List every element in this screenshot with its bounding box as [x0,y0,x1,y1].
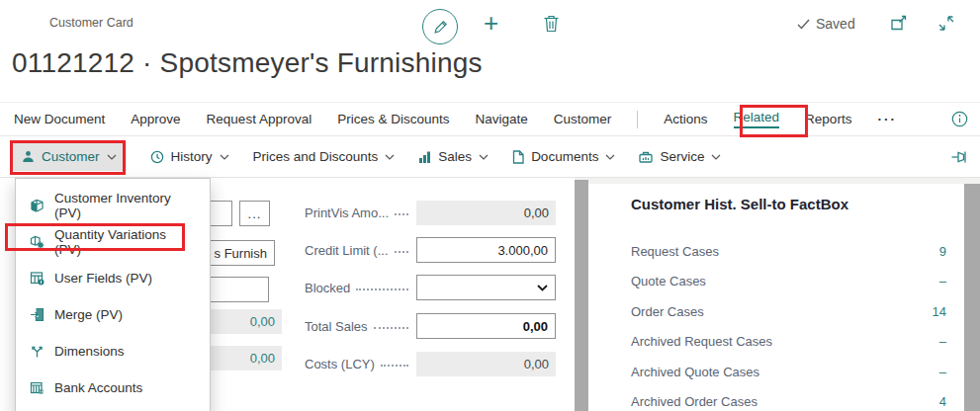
blocked-select[interactable] [416,275,556,300]
factbox-scrollbar[interactable] [964,184,980,411]
field-label: Credit Limit (... [305,243,389,258]
plus-icon: + [484,8,498,38]
ribbon-history-label: History [171,149,213,164]
menu-request-approval[interactable]: Request Approval [207,112,312,126]
menu-prices-discounts[interactable]: Prices & Discounts [337,112,449,126]
ribbon-customer-label: Customer [42,149,100,164]
dropdown-item-merge[interactable]: Merge (PV) [16,296,210,333]
dropdown-item-label: Customer Inventory (PV) [54,191,196,220]
dropdown-item-label: Bank Accounts [54,380,142,395]
factbox-row: Archived Quote Cases – [631,357,946,387]
dotted-leader [374,327,408,329]
ribbon-sales-menu[interactable]: Sales [418,149,489,164]
info-pane-button[interactable] [951,111,968,127]
new-button[interactable]: + [484,13,498,33]
factbox-row: Request Cases 9 [631,236,946,267]
bank-accounts-icon [30,380,45,395]
assist-edit-button[interactable]: ... [239,201,270,226]
menu-related[interactable]: Related [734,110,780,128]
service-tools-icon [639,150,653,163]
field-label: Blocked [305,281,350,295]
main-scrollbar[interactable] [575,180,588,411]
dropdown-item-label: User Fields (PV) [54,271,152,286]
menu-overflow[interactable]: ··· [877,112,897,126]
field-row-costs: Costs (LCY) 0,00 [305,351,556,376]
dropdown-item-customer-inventory[interactable]: Customer Inventory (PV) [16,187,210,223]
ribbon-service-menu[interactable]: Service [639,149,721,164]
ribbon-sales-label: Sales [438,149,472,164]
archived-quote-cases-link[interactable]: – [939,365,946,379]
saved-label: Saved [816,16,855,32]
dotted-leader [381,365,408,367]
dropdown-item-dimensions[interactable]: Dimensions [16,333,210,370]
page-caption: Customer Card [49,16,134,30]
dropdown-item-quantity-variations[interactable]: Quantity Variations (PV) [16,223,210,260]
pin-icon [950,150,968,164]
factbox-row-label: Order Cases [631,304,704,319]
printvis-amount-field: 0,00 [416,201,556,225]
credit-limit-input[interactable]: 3.000,00 [416,237,556,263]
menu-new-document[interactable]: New Document [14,112,105,126]
pencil-icon [432,19,449,36]
chevron-down-icon [385,154,395,160]
factbox-row: Quote Cases – [631,267,946,297]
dotted-leader [356,288,408,290]
order-cases-link[interactable]: 14 [933,304,946,319]
menu-customer[interactable]: Customer [554,112,612,126]
archived-order-cases-link[interactable]: 4 [939,394,946,409]
dropdown-item-user-fields[interactable]: User Fields (PV) [16,260,210,296]
document-icon [512,150,524,164]
chevron-down-icon [605,154,615,160]
factbox-row-label: Archived Request Cases [631,334,772,349]
ribbon-prices-menu[interactable]: Prices and Discounts [253,149,396,164]
field-row-total-sales: Total Sales 0,00 [305,313,556,339]
ribbon-history-menu[interactable]: History [150,149,229,164]
dropdown-item-bank-accounts[interactable]: Bank Accounts [16,370,210,406]
quote-cases-link[interactable]: – [939,274,946,288]
pin-pane-button[interactable] [950,150,968,164]
user-fields-icon [30,271,45,286]
ribbon-documents-menu[interactable]: Documents [512,149,615,164]
factbox-row: Order Cases 14 [631,296,946,327]
factbox-rows: Request Cases 9 Quote Cases – Order Case… [631,236,946,411]
factbox-row-label: Archived Quote Cases [631,365,759,379]
menu-reports[interactable]: Reports [805,112,851,126]
ribbon-customer-menu[interactable]: Customer [12,142,127,171]
field-row-credit-limit: Credit Limit (... 3.000,00 [305,237,556,263]
total-sales-input[interactable]: 0,00 [416,313,556,339]
factbox-title: Customer Hist. Sell-to FactBox [631,196,946,212]
person-icon [22,150,35,163]
open-window-icon [890,15,908,32]
sales-chart-icon [418,150,431,163]
menu-approve[interactable]: Approve [131,112,180,126]
delete-button[interactable] [543,14,560,33]
chevron-down-icon [711,154,721,160]
action-menubar: New Document Approve Request Approval Pr… [0,102,980,136]
save-status: Saved [797,16,855,32]
dimensions-icon [30,344,45,359]
factbox-row-label: Request Cases [631,244,719,259]
dotted-leader [395,213,408,215]
menu-actions[interactable]: Actions [664,112,707,126]
quantity-variations-icon [30,234,45,249]
trash-icon [543,14,560,33]
customer-dropdown-menu: Customer Inventory (PV) Quantity Variati… [15,178,211,411]
merge-icon [30,307,45,322]
chevron-down-icon [537,285,548,291]
history-icon [150,150,164,164]
customer-hist-factbox: Customer Hist. Sell-to FactBox Request C… [588,184,964,411]
collapse-arrows-icon [937,15,955,32]
collapse-button[interactable] [937,15,955,32]
menu-navigate[interactable]: Navigate [475,112,527,126]
field-label: Total Sales [305,319,368,334]
field-row-blocked: Blocked [305,275,556,300]
request-cases-link[interactable]: 9 [939,244,946,259]
archived-request-cases-link[interactable]: – [939,334,946,349]
chevron-down-icon [220,154,229,160]
checkmark-icon [797,19,810,30]
edit-button[interactable] [422,9,458,44]
costs-lcy-field: 0,00 [416,352,556,376]
open-in-window-button[interactable] [890,15,908,32]
factbox-row: Archived Order Cases 4 [631,387,946,411]
info-icon [951,111,968,127]
